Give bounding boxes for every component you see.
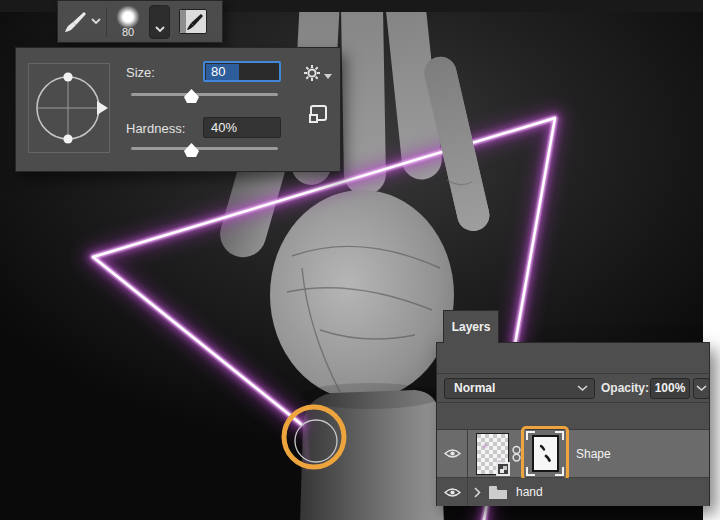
layer-name: Shape [576, 447, 611, 461]
eye-icon [444, 487, 461, 498]
layers-tab-label: Layers [452, 320, 491, 334]
blend-mode-value: Normal [445, 381, 577, 396]
chevron-down-icon [577, 385, 588, 392]
layer-row-shape[interactable]: Shape [437, 429, 709, 478]
opacity-dropdown-button[interactable] [693, 378, 710, 399]
smart-object-badge-icon [496, 462, 510, 476]
opacity-value-text: 100% [655, 381, 686, 396]
tool-options-bar: 80 [57, 0, 223, 43]
hardness-input[interactable]: 40% [203, 117, 281, 138]
chevron-down-icon [91, 18, 101, 25]
hardness-slider-thumb[interactable] [184, 143, 199, 157]
brush-settings-popup: Size: 80 Hardn [15, 47, 341, 172]
size-slider-thumb[interactable] [184, 89, 199, 103]
size-label: Size: [126, 65, 155, 80]
layer-name: hand [516, 485, 543, 499]
chevron-down-icon [696, 385, 707, 392]
caret-down-icon [324, 74, 332, 79]
hardness-label: Hardness: [126, 121, 185, 136]
toggle-brush-settings-button[interactable] [179, 9, 207, 34]
layer-mask-thumbnail[interactable] [532, 435, 559, 472]
size-slider[interactable] [131, 93, 278, 96]
brush-angle-control [29, 64, 109, 152]
visibility-toggle[interactable] [437, 430, 468, 477]
soft-brush-preview-icon [116, 6, 140, 28]
photoshop-tutorial-screenshot: 80 Size: [0, 0, 720, 520]
layers-panel: Layers Normal Opacity: 100% [436, 342, 710, 506]
size-input[interactable]: 80 [203, 61, 281, 82]
divider [106, 7, 107, 37]
brush-panel-icon [179, 9, 207, 34]
create-new-brush-button[interactable] [307, 104, 329, 124]
layer-thumbnail[interactable] [476, 433, 509, 475]
gear-icon [303, 64, 321, 82]
mask-thumbnail-highlight [521, 426, 569, 481]
hardness-value-text: 40% [204, 120, 237, 136]
mask-paint-marks [534, 437, 557, 470]
group-folder-icon [488, 485, 508, 500]
chevron-right-icon [474, 487, 481, 498]
new-brush-preset-icon [307, 104, 329, 124]
brush-angle-roundness-control[interactable] [28, 63, 110, 153]
opacity-label: Opacity: [601, 381, 649, 395]
brush-size-readout: 80 [122, 27, 134, 38]
blend-options-row: Normal Opacity: 100% [437, 373, 709, 403]
popup-menu-button[interactable] [303, 62, 335, 84]
brush-preset-preview[interactable]: 80 [111, 6, 145, 38]
eye-icon [444, 448, 461, 459]
opacity-value-field[interactable]: 100% [650, 378, 690, 399]
layer-row-hand[interactable]: hand [437, 478, 709, 506]
blend-mode-select[interactable]: Normal [444, 378, 595, 399]
brush-tool-button[interactable] [58, 3, 104, 40]
brush-preset-picker-button[interactable] [149, 5, 170, 39]
visibility-toggle[interactable] [437, 478, 468, 506]
hardness-slider[interactable] [131, 147, 278, 150]
tab-layers[interactable]: Layers [443, 310, 499, 343]
size-value-selected-text: 80 [206, 64, 239, 80]
chevron-down-icon [155, 26, 165, 33]
brush-icon [62, 9, 88, 35]
group-disclosure-chevron[interactable] [474, 487, 481, 498]
